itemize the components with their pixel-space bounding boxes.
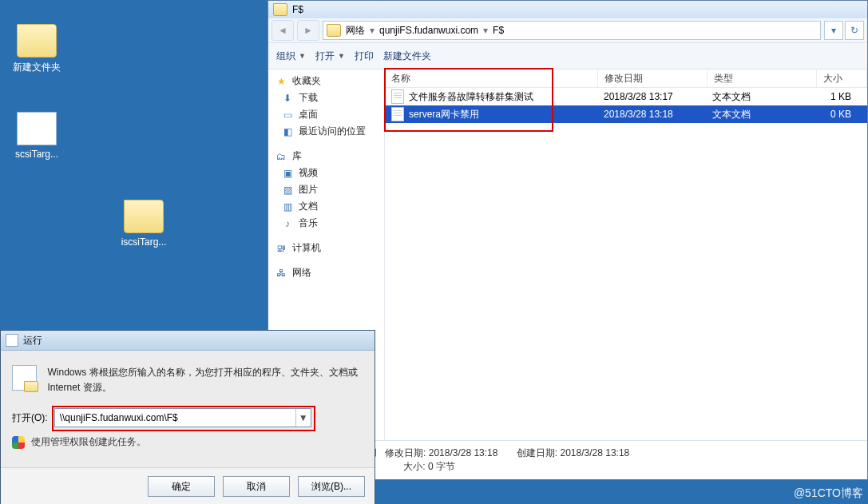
desktop-icon: ▭ <box>281 109 294 121</box>
tree-documents[interactable]: ▥文档 <box>268 198 384 215</box>
app-icon <box>17 112 57 145</box>
status-ctime: 2018/3/28 13:18 <box>561 447 630 458</box>
file-row-selected[interactable]: servera网卡禁用 2018/3/28 13:18 文本文档 0 KB <box>385 105 867 123</box>
column-size[interactable]: 大小 <box>817 69 867 87</box>
picture-icon: ▨ <box>281 184 294 196</box>
library-icon: 🗂 <box>275 150 287 163</box>
file-size: 0 KB <box>814 109 867 120</box>
admin-task-label: 使用管理权限创建此任务。 <box>31 435 146 449</box>
tree-videos[interactable]: ▣视频 <box>268 165 384 181</box>
shield-icon <box>12 436 25 449</box>
run-icon <box>6 334 18 347</box>
status-size-label: 大小: <box>403 461 425 472</box>
run-title: 运行 <box>23 334 42 347</box>
desktop-icon-app[interactable]: scsiTarg... <box>5 112 69 160</box>
tree-desktop[interactable]: ▭桌面 <box>268 106 384 123</box>
breadcrumb-separator: ▾ <box>483 25 488 36</box>
file-name: 文件服务器故障转移群集测试 <box>409 90 533 104</box>
desktop-icon-folder2[interactable]: iscsiTarg... <box>112 200 176 248</box>
file-type: 文本文档 <box>706 108 814 121</box>
folder-icon <box>327 24 341 37</box>
tree-computer[interactable]: 🖳计算机 <box>268 240 384 256</box>
run-dialog: 运行 Windows 将根据您所输入的名称，为您打开相应的程序、文件夹、文档或 … <box>0 330 375 504</box>
star-icon: ★ <box>275 75 287 88</box>
download-icon: ⬇ <box>281 92 294 105</box>
file-name: servera网卡禁用 <box>409 108 479 121</box>
file-row[interactable]: 文件服务器故障转移群集测试 2018/3/28 13:17 文本文档 1 KB <box>385 88 867 105</box>
file-size: 1 KB <box>814 91 867 102</box>
run-program-icon <box>12 365 37 391</box>
desktop-icon-label: 新建文件夹 <box>5 61 69 74</box>
tree-pictures[interactable]: ▨图片 <box>268 181 384 198</box>
open-button[interactable]: 打开▼ <box>315 50 345 63</box>
tree-downloads[interactable]: ⬇下载 <box>268 89 384 106</box>
tree-libraries[interactable]: 🗂库 <box>268 148 384 165</box>
command-bar: 组织▼ 打开▼ 打印 新建文件夹 <box>268 43 867 69</box>
desktop-icon-label: iscsiTarg... <box>112 236 176 248</box>
music-icon: ♪ <box>281 217 294 230</box>
desktop-icon-folder1[interactable]: 新建文件夹 <box>5 24 69 74</box>
column-type[interactable]: 类型 <box>707 69 817 87</box>
column-name[interactable]: 名称 <box>385 69 598 87</box>
tree-recent[interactable]: ◧最近访问的位置 <box>268 123 384 140</box>
column-date[interactable]: 修改日期 <box>598 69 707 87</box>
watermark: @51CTO博客 <box>794 486 863 501</box>
column-headers: 名称 修改日期 类型 大小 <box>385 69 867 88</box>
tree-favorites[interactable]: ★收藏夹 <box>268 73 384 89</box>
refresh-dropdown-button[interactable]: ▾ <box>824 21 843 40</box>
organize-button[interactable]: 组织▼ <box>276 50 306 63</box>
file-type: 文本文档 <box>706 90 814 104</box>
cancel-button[interactable]: 取消 <box>223 476 290 497</box>
file-date: 2018/3/28 13:18 <box>597 109 706 120</box>
address-bar[interactable]: 网络 ▾ qunjiFS.fudanwuxi.com ▾ F$ <box>323 21 821 40</box>
forward-button[interactable]: ► <box>297 20 319 41</box>
breadcrumb-host[interactable]: qunjiFS.fudanwuxi.com <box>379 25 478 36</box>
status-mtime: 2018/3/28 13:18 <box>429 447 498 458</box>
tree-network[interactable]: 🖧网络 <box>268 264 384 281</box>
video-icon: ▣ <box>281 167 294 180</box>
breadcrumb-network[interactable]: 网络 <box>346 24 365 38</box>
status-ctime-label: 创建日期: <box>517 447 557 458</box>
document-icon <box>391 89 404 104</box>
folder-icon <box>17 24 57 58</box>
nav-row: ◄ ► 网络 ▾ qunjiFS.fudanwuxi.com ▾ F$ ▾ ↻ <box>268 18 867 43</box>
browse-button[interactable]: 浏览(B)... <box>298 476 365 497</box>
open-input[interactable] <box>55 412 295 423</box>
network-icon: 🖧 <box>275 267 287 280</box>
recent-icon: ◧ <box>281 125 294 138</box>
window-title: F$ <box>292 4 303 15</box>
tree-music[interactable]: ♪音乐 <box>268 215 384 232</box>
folder-icon <box>273 3 287 16</box>
file-date: 2018/3/28 13:17 <box>597 91 706 102</box>
document-icon: ▥ <box>281 200 294 213</box>
breadcrumb-share[interactable]: F$ <box>493 25 504 36</box>
combobox-dropdown-button[interactable]: ▼ <box>295 409 311 427</box>
folder-icon <box>124 200 164 233</box>
status-mtime-label: 修改日期: <box>385 447 426 458</box>
refresh-button[interactable]: ↻ <box>845 21 864 40</box>
computer-icon: 🖳 <box>275 242 287 255</box>
file-list: 名称 修改日期 类型 大小 文件服务器故障转移群集测试 2018/3/28 13… <box>385 69 867 440</box>
back-button[interactable]: ◄ <box>271 20 294 41</box>
breadcrumb-separator: ▾ <box>370 25 375 36</box>
run-title-bar[interactable]: 运行 <box>1 331 375 351</box>
document-icon <box>391 107 404 121</box>
new-folder-button[interactable]: 新建文件夹 <box>383 50 431 63</box>
print-button[interactable]: 打印 <box>355 50 374 63</box>
run-description: Windows 将根据您所输入的名称，为您打开相应的程序、文件夹、文档或 Int… <box>48 365 363 395</box>
open-label: 打开(O): <box>12 411 48 425</box>
open-combobox[interactable]: ▼ <box>54 408 311 427</box>
desktop-icon-label: scsiTarg... <box>5 149 69 160</box>
status-size: 0 字节 <box>428 461 455 472</box>
explorer-title-bar[interactable]: F$ <box>268 1 867 18</box>
ok-button[interactable]: 确定 <box>148 476 215 497</box>
